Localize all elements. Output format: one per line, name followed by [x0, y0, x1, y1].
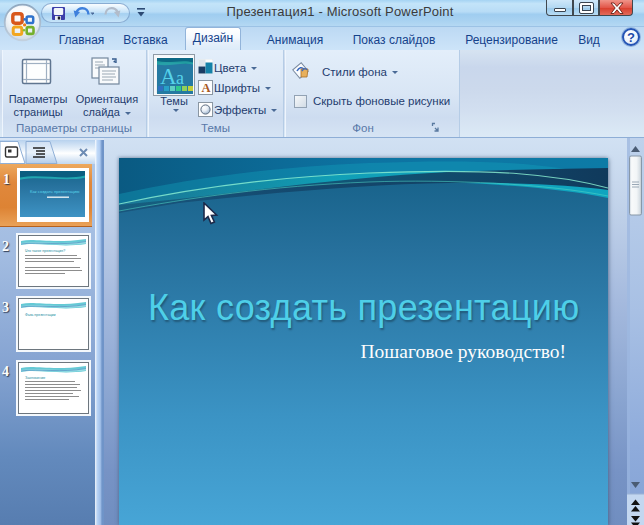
svg-text:a: a: [176, 68, 184, 88]
svg-text:A: A: [160, 64, 177, 89]
svg-text:Заключение: Заключение: [25, 376, 45, 380]
svg-text:A: A: [202, 81, 211, 95]
svg-text:Как создать презентацию: Как создать презентацию: [148, 287, 579, 328]
svg-text:Как создать презентацию: Как создать презентацию: [30, 189, 79, 194]
svg-text:Что такое презентация?: Что такое презентация?: [25, 249, 65, 253]
svg-text:Фаза презентации: Фаза презентации: [25, 313, 55, 317]
svg-text:Пошаговое руководство!: Пошаговое руководство!: [360, 341, 566, 362]
